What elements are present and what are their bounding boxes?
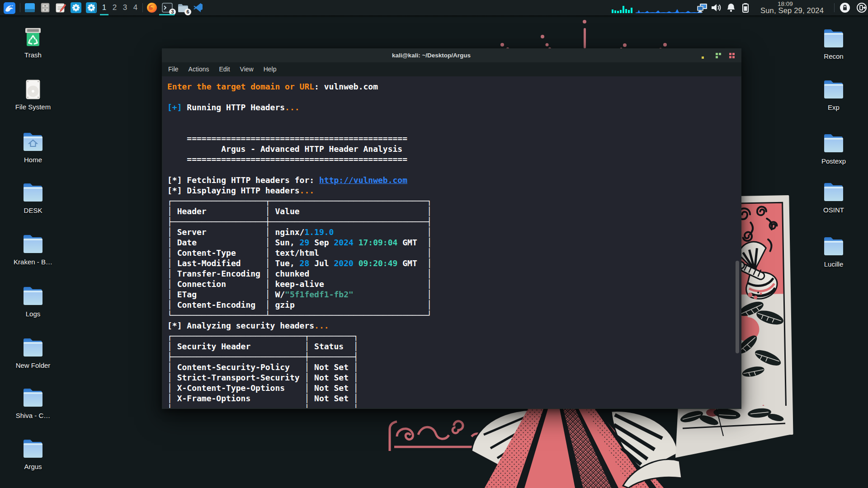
workspace-1[interactable]: 1: [99, 0, 109, 15]
top-panel: 1234 3 6 18:09 Sun, Sep: [0, 0, 868, 15]
terminal-text-segment: │ Connection │ keep-alive │: [167, 279, 432, 289]
task-terminal[interactable]: 3: [162, 2, 173, 13]
launcher-notes[interactable]: [55, 2, 66, 13]
display-tray-icon[interactable]: [696, 2, 707, 13]
desktop-icon-argus[interactable]: Argus: [11, 439, 55, 470]
maximize-button[interactable]: [712, 48, 724, 62]
terminal-text-segment: │ Content-Security-Policy │ Not Set │: [167, 362, 359, 372]
terminal-text-segment: GMT │: [397, 238, 432, 247]
terminal-line: │ Server │ nginx/1.19.0 │: [167, 227, 432, 237]
menu-view[interactable]: View: [235, 62, 259, 76]
terminal-text-segment: ========================================…: [167, 155, 407, 164]
desktop-icon-recon[interactable]: Recon: [812, 28, 855, 60]
terminal-text-segment: │: [334, 227, 432, 237]
terminal-text-segment: ...: [300, 186, 315, 195]
desktop-icon-label: DESK: [11, 206, 55, 214]
task-terminal-active-underline: [159, 14, 175, 15]
terminal-text-segment: [*] Displaying HTTP headers: [167, 186, 300, 195]
logout-icon[interactable]: [856, 2, 867, 13]
folder-home-icon: [11, 132, 55, 153]
workspace-4[interactable]: 4: [130, 0, 141, 15]
task-files[interactable]: 6: [177, 2, 188, 13]
desktop-icon-trash[interactable]: Trash: [11, 27, 55, 59]
desktop-icon-desk[interactable]: DESK: [11, 183, 55, 214]
desktop-icon-kraken-b-[interactable]: Kraken - B…: [11, 234, 55, 266]
terminal-text-segment: Jul: [309, 258, 334, 268]
network-graph[interactable]: [636, 2, 702, 13]
folder-icon: [812, 182, 855, 203]
terminal-line: │ Last-Modified │ Tue, 28 Jul 2020 09:20…: [167, 258, 432, 268]
task-firefox[interactable]: [146, 2, 157, 13]
terminal-body[interactable]: Enter the target domain or URL: vulnweb.…: [163, 76, 741, 408]
folder-icon: [11, 338, 55, 358]
desktop-icon-postexp[interactable]: Postexp: [812, 133, 855, 165]
wallpaper-drips: [500, 20, 667, 51]
wallpaper-right-wing: [611, 411, 682, 488]
terminal-text-segment: │ Content-Encoding │ gzip │: [167, 300, 432, 310]
terminal-text-segment: http://vulnweb.com: [319, 175, 407, 185]
window-titlebar[interactable]: kali@kali: ~/Desktop/Argus: [162, 48, 741, 62]
terminal-text-segment: 09:20:49: [359, 258, 398, 268]
desktop-icon-shiva-c-[interactable]: Shiva - C…: [11, 388, 55, 419]
menu-help[interactable]: Help: [259, 62, 282, 76]
kali-menu-icon[interactable]: [4, 2, 14, 13]
wallpaper-card-bottom: [675, 406, 790, 458]
cpu-graph[interactable]: [612, 2, 634, 13]
terminal-text-segment: ┌───────────────────────────┬─────────┐: [167, 331, 359, 341]
terminal-line: [167, 92, 432, 102]
terminal-text-segment: │ Content-Type │ text/html │: [167, 248, 432, 258]
terminal-text-segment: │ Transfer-Encoding │ chunked │: [167, 269, 432, 278]
menu-edit[interactable]: Edit: [214, 62, 235, 76]
clock[interactable]: 18:09 Sun, Sep 29, 2024: [754, 0, 830, 15]
terminal-line: └───────────────────────────┴─────────┘: [167, 404, 432, 408]
workspace-2[interactable]: 2: [109, 0, 120, 15]
terminal-text-segment: │: [354, 290, 432, 299]
desktop-icon-lucille[interactable]: Lucille: [812, 236, 855, 268]
desktop-icon-new-folder[interactable]: New Folder: [11, 338, 55, 369]
terminal-text-segment: ...: [285, 103, 300, 112]
workspace-pager: 1234: [99, 0, 141, 15]
wallpaper-bottom: [390, 406, 790, 488]
notifications-tray-icon[interactable]: [726, 2, 736, 13]
folder-icon: [812, 236, 855, 257]
terminal-text-segment: │ Server │ nginx/: [167, 227, 304, 237]
wallpaper-moth: [737, 241, 778, 300]
desktop-icon-file-system[interactable]: File System: [11, 79, 55, 111]
desktop-icon-label: New Folder: [11, 361, 55, 369]
desktop-icon-home[interactable]: Home: [11, 132, 55, 164]
window-menubar: FileActionsEditViewHelp: [162, 62, 741, 76]
terminal-text-segment: "5f1fedf1-fb2": [285, 290, 354, 299]
folder-icon: [812, 80, 855, 100]
task-vscode[interactable]: [193, 2, 203, 13]
workspace-3[interactable]: 3: [120, 0, 130, 15]
terminal-text-segment: : vulnweb.com: [314, 82, 378, 91]
desktop-icon-label: Postexp: [812, 157, 855, 165]
terminal-line: ├───────────────────────────┼─────────┤: [167, 352, 432, 362]
terminal-text-segment: │ Date │ Sun,: [167, 238, 300, 247]
launcher-window-manager[interactable]: [24, 2, 35, 13]
launcher-settings-gear-1[interactable]: [71, 2, 81, 13]
terminal-text-segment: └───────────────────┴───────────────────…: [167, 310, 432, 320]
battery-tray-icon[interactable]: [740, 2, 751, 13]
folder-icon: [812, 28, 855, 49]
minimize-button[interactable]: [698, 48, 710, 62]
desktop-icon-logs[interactable]: Logs: [11, 286, 55, 318]
close-button[interactable]: [726, 48, 737, 62]
terminal-line: │ Transfer-Encoding │ chunked │: [167, 268, 432, 279]
folder-icon: [11, 234, 55, 255]
terminal-text-segment: GMT │: [397, 258, 432, 268]
scrollbar-thumb[interactable]: [736, 261, 739, 353]
volume-tray-icon[interactable]: [711, 2, 722, 13]
menu-file[interactable]: File: [163, 62, 184, 76]
terminal-text-segment: [354, 238, 359, 247]
panel-separator: [142, 3, 143, 12]
desktop-icon-exp[interactable]: Exp: [812, 80, 855, 111]
terminal-line: [167, 164, 432, 175]
menu-actions[interactable]: Actions: [184, 62, 214, 76]
lock-screen-icon[interactable]: [840, 2, 850, 13]
terminal-line: │ Content-Type │ text/html │: [167, 248, 432, 258]
desktop-icon-osint[interactable]: OSINT: [812, 182, 855, 214]
terminal-text-segment: 17:09:04: [359, 238, 398, 247]
launcher-file-cabinet[interactable]: [40, 2, 51, 13]
terminal-text-segment: Running HTTP Headers: [182, 103, 285, 112]
